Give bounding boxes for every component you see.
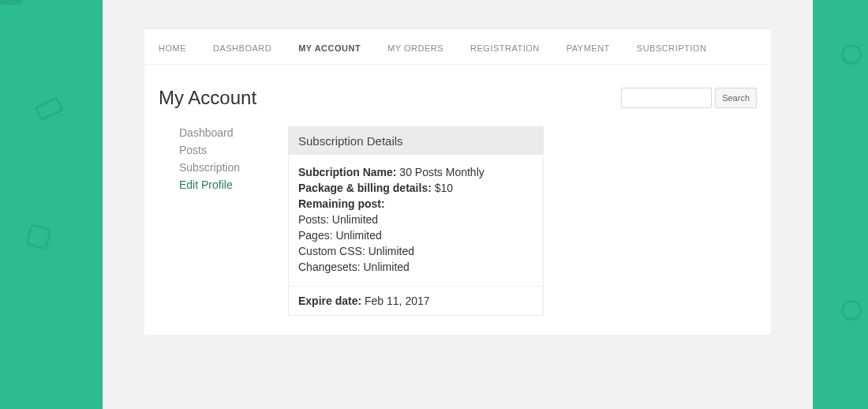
nav-item-dashboard[interactable]: DASHBOARD — [213, 43, 271, 53]
content-card: HOME DASHBOARD MY ACCOUNT MY ORDERS REGI… — [144, 28, 771, 335]
deco-shape — [0, 0, 22, 5]
header-row: My Account Search — [144, 65, 771, 112]
nav-item-my-account[interactable]: MY ACCOUNT — [298, 43, 361, 53]
nav-item-payment[interactable]: PAYMENT — [567, 43, 610, 53]
page-title: My Account — [159, 87, 256, 109]
deco-shape — [841, 300, 862, 321]
sidebar-item-edit-profile[interactable]: Edit Profile — [179, 178, 288, 191]
subscription-name-row: Subcription Name: 30 Posts Monthly — [298, 166, 533, 178]
remaining-line: Changesets: Unlimited — [298, 261, 533, 273]
account-sidebar: Dashboard Posts Subscription Edit Profil… — [179, 126, 288, 316]
panel-header: Subscription Details — [289, 127, 543, 155]
deco-shape — [841, 44, 862, 65]
nav-item-registration[interactable]: REGISTRATION — [470, 43, 540, 53]
panel-body: Subcription Name: 30 Posts Monthly Packa… — [289, 155, 543, 287]
billing-value: $10 — [435, 182, 453, 194]
panel-footer: Expire date: Feb 11, 2017 — [289, 287, 543, 315]
top-nav: HOME DASHBOARD MY ACCOUNT MY ORDERS REGI… — [144, 28, 771, 65]
nav-item-subscription[interactable]: SUBSCRIPTION — [637, 43, 707, 53]
sidebar-item-dashboard[interactable]: Dashboard — [179, 126, 288, 139]
nav-item-home[interactable]: HOME — [159, 43, 186, 53]
sidebar-item-subscription[interactable]: Subscription — [179, 161, 288, 174]
remaining-line: Custom CSS: Unlimited — [298, 245, 533, 257]
remaining-row: Remaining post: — [298, 197, 533, 210]
subscription-details-panel: Subscription Details Subcription Name: 3… — [288, 126, 544, 316]
subscription-name-label: Subcription Name: — [298, 166, 396, 178]
expire-value: Feb 11, 2017 — [365, 295, 430, 307]
subscription-name-value: 30 Posts Monthly — [399, 166, 484, 178]
billing-label: Package & billing details: — [298, 182, 432, 194]
deco-shape — [34, 96, 63, 122]
search-input[interactable] — [621, 88, 712, 108]
search-wrap: Search — [621, 88, 757, 108]
billing-row: Package & billing details: $10 — [298, 182, 533, 194]
sidebar-item-posts[interactable]: Posts — [179, 144, 288, 156]
remaining-line: Posts: Unlimited — [298, 213, 533, 226]
remaining-line: Pages: Unlimited — [298, 229, 533, 242]
search-button[interactable]: Search — [715, 88, 757, 108]
remaining-label: Remaining post: — [298, 197, 385, 210]
expire-label: Expire date: — [298, 295, 361, 307]
nav-item-my-orders[interactable]: MY ORDERS — [387, 43, 443, 53]
deco-shape — [25, 223, 52, 250]
main-columns: Dashboard Posts Subscription Edit Profil… — [144, 112, 771, 316]
